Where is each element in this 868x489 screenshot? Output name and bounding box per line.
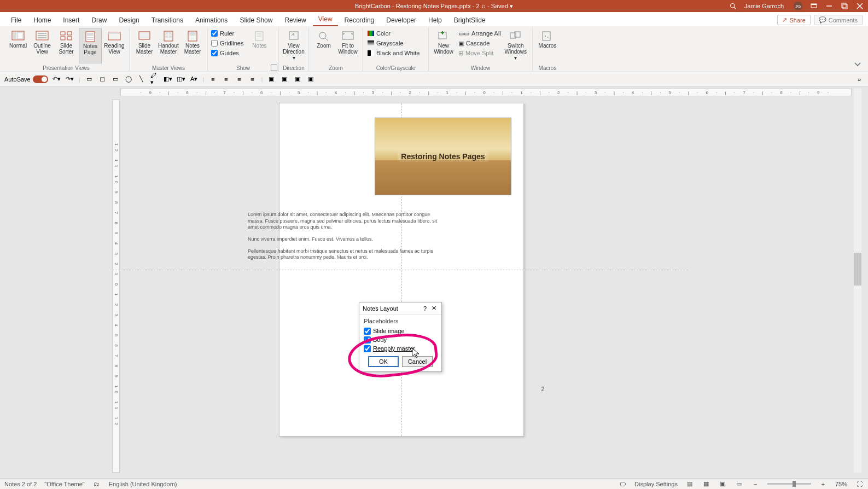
ok-button[interactable]: OK xyxy=(368,356,399,367)
user-name[interactable]: Jamie Garroch xyxy=(744,3,784,9)
maximize-icon[interactable] xyxy=(841,2,848,10)
qat-align-right-icon[interactable]: ≡ xyxy=(235,75,243,84)
zoom-button[interactable]: Zoom xyxy=(312,28,335,63)
zoom-out-icon[interactable]: − xyxy=(751,480,760,488)
tab-home[interactable]: Home xyxy=(28,14,56,26)
avatar[interactable]: JG xyxy=(794,2,802,10)
theme-name[interactable]: "Office Theme" xyxy=(44,481,84,487)
qat-highlight-icon[interactable]: 🖍▾ xyxy=(150,75,159,84)
qat-shape-2-icon[interactable]: ▢ xyxy=(98,75,107,84)
outline-view-button[interactable]: Outline View xyxy=(31,28,54,63)
share-button[interactable]: ↗Share xyxy=(777,15,810,25)
reading-view-icon[interactable]: ▣ xyxy=(718,480,727,488)
tab-animations[interactable]: Animations xyxy=(190,14,233,26)
tab-brightslide[interactable]: BrightSlide xyxy=(448,14,491,26)
qat-fill-icon[interactable]: ◧▾ xyxy=(164,75,172,84)
dialog-help-icon[interactable]: ? xyxy=(421,305,429,312)
scrollbar-thumb[interactable] xyxy=(854,253,861,286)
tab-developer[interactable]: Developer xyxy=(381,14,422,26)
tab-help[interactable]: Help xyxy=(423,14,447,26)
tab-draw[interactable]: Draw xyxy=(86,14,112,26)
notes-master-button[interactable]: Notes Master xyxy=(181,28,204,63)
tab-transitions[interactable]: Transitions xyxy=(146,14,189,26)
ruler-checkbox[interactable]: Ruler xyxy=(211,28,243,38)
dialog-close-icon[interactable]: ✕ xyxy=(429,305,438,312)
qat-align-left-icon[interactable]: ≡ xyxy=(208,75,217,84)
fit-to-window-button[interactable]: Fit to Window xyxy=(336,28,359,63)
ruler-vertical[interactable]: 12 11 10 9 8 7 6 5 4 3 2 1 0 1 2 3 4 5 6… xyxy=(112,100,120,473)
notes-count[interactable]: Notes 2 of 2 xyxy=(4,481,37,487)
ruler-horizontal[interactable]: · 9 · | · 8 · | · 7 · | · 6 · | · 5 · | … xyxy=(120,89,852,96)
tab-insert[interactable]: Insert xyxy=(57,14,85,26)
dialog-titlebar[interactable]: Notes Layout ? ✕ xyxy=(359,302,441,315)
page-number: 2 xyxy=(541,386,544,392)
tab-design[interactable]: Design xyxy=(113,14,144,26)
group-direction: View Direction ▾ Direction xyxy=(279,27,309,72)
search-icon[interactable] xyxy=(729,2,737,10)
slideshow-view-icon[interactable]: ▭ xyxy=(735,480,743,488)
qat-outline-icon[interactable]: ◫▾ xyxy=(177,75,185,84)
tab-view[interactable]: View xyxy=(313,13,338,26)
reading-view-button[interactable]: Reading View xyxy=(103,28,126,63)
cascade-button[interactable]: ▣Cascade xyxy=(457,38,502,48)
qat-line-icon[interactable]: ╲ xyxy=(137,75,146,84)
notes-page-button[interactable]: Notes Page xyxy=(79,28,102,63)
slide-sorter-button[interactable]: Slide Sorter xyxy=(55,28,78,63)
view-direction-button[interactable]: View Direction ▾ xyxy=(282,28,305,63)
qat-send-back-icon[interactable]: ▣ xyxy=(306,75,315,84)
handout-master-button[interactable]: Handout Master xyxy=(157,28,180,63)
autosave-toggle[interactable]: AutoSave xyxy=(4,75,48,83)
zoom-percent[interactable]: 75% xyxy=(835,481,847,487)
qat-bring-front-icon[interactable]: ▣ xyxy=(293,75,302,84)
qat-group-icon[interactable]: ▣ xyxy=(267,75,276,84)
qat-overflow-icon[interactable]: » xyxy=(855,75,864,84)
qat-shape-3-icon[interactable]: ▭ xyxy=(111,75,120,84)
display-settings[interactable]: Display Settings xyxy=(634,481,678,487)
new-window-button[interactable]: New Window xyxy=(432,28,455,63)
bw-button[interactable]: Black and White xyxy=(366,48,425,58)
macros-button[interactable]: Macros xyxy=(536,28,559,63)
slide-master-button[interactable]: Slide Master xyxy=(133,28,156,63)
language[interactable]: English (United Kingdom) xyxy=(109,481,177,487)
tab-recording[interactable]: Recording xyxy=(339,14,380,26)
sorter-view-icon[interactable]: ▦ xyxy=(702,480,710,488)
spellcheck-icon[interactable]: 🗂 xyxy=(92,480,101,488)
notes-body-placeholder[interactable]: Lorem ipsum dolor sit amet, consectetuer… xyxy=(248,212,439,266)
comments-button[interactable]: 💬Comments xyxy=(814,15,863,25)
notes-page[interactable]: Restoring Notes Pages Lorem ipsum dolor … xyxy=(279,103,524,436)
guides-checkbox[interactable]: Guides xyxy=(211,48,243,58)
display-settings-icon[interactable]: 🖵 xyxy=(618,480,627,488)
tab-slideshow[interactable]: Slide Show xyxy=(234,14,278,26)
tab-file[interactable]: File xyxy=(5,14,27,26)
undo-icon[interactable]: ↶▾ xyxy=(53,75,61,84)
tab-review[interactable]: Review xyxy=(279,14,311,26)
qat-oval-icon[interactable]: ◯ xyxy=(124,75,133,84)
zoom-slider[interactable] xyxy=(767,483,811,485)
bw-label: Black and White xyxy=(376,50,420,56)
slide-image-checkbox[interactable]: Slide image xyxy=(364,327,437,335)
qat-align-justify-icon[interactable]: ≡ xyxy=(248,75,257,84)
redo-icon[interactable]: ↷▾ xyxy=(66,75,74,84)
color-button[interactable]: Color xyxy=(366,28,425,38)
grayscale-button[interactable]: Grayscale xyxy=(366,38,425,48)
qat-align-center-icon[interactable]: ≡ xyxy=(222,75,230,84)
gridlines-checkbox[interactable]: Gridlines xyxy=(211,38,243,48)
body-checkbox[interactable]: Body xyxy=(364,335,437,344)
scrollbar-vertical[interactable] xyxy=(854,89,861,473)
normal-view-icon[interactable]: ▤ xyxy=(685,480,694,488)
cancel-button[interactable]: Cancel xyxy=(402,356,433,367)
ribbon-display-options-icon[interactable] xyxy=(810,2,818,10)
arrange-all-button[interactable]: ▭▭Arrange All xyxy=(457,28,502,38)
slide-image-placeholder[interactable]: Restoring Notes Pages xyxy=(375,118,511,195)
fit-window-icon[interactable]: ⛶ xyxy=(855,480,864,488)
normal-view-button[interactable]: Normal xyxy=(7,28,30,63)
switch-windows-button[interactable]: Switch Windows ▾ xyxy=(504,28,527,63)
close-icon[interactable] xyxy=(856,2,864,10)
qat-font-color-icon[interactable]: A▾ xyxy=(190,75,199,84)
reapply-master-checkbox[interactable]: Reapply master xyxy=(364,344,437,353)
qat-ungroup-icon[interactable]: ▣ xyxy=(280,75,289,84)
qat-shape-1-icon[interactable]: ▭ xyxy=(85,75,94,84)
minimize-icon[interactable] xyxy=(825,2,833,10)
collapse-ribbon-icon[interactable] xyxy=(854,62,863,68)
zoom-in-icon[interactable]: + xyxy=(819,480,828,488)
